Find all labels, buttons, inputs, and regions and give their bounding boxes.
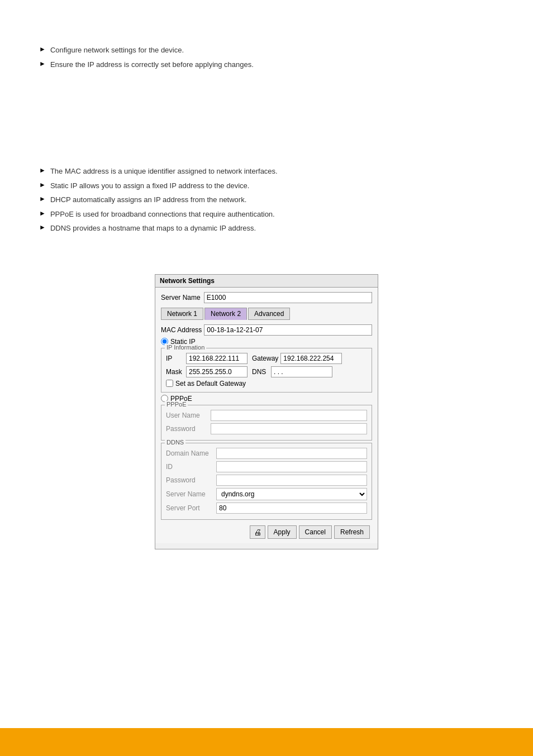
ddns-domain-row: Domain Name (166, 448, 367, 459)
pppoe-radio-row: PPPoE (161, 395, 372, 403)
gateway-label: Gateway (252, 355, 278, 362)
bottom-bullets: ► The MAC address is a unique identifier… (34, 166, 499, 234)
ddns-server-port-label: Server Port (166, 504, 216, 512)
pppoe-username-row: User Name (166, 410, 367, 421)
default-gateway-label: Set as Default Gateway (175, 380, 246, 387)
tab-network1[interactable]: Network 1 (161, 308, 203, 320)
panel-title-text: Network Settings (160, 277, 215, 285)
mac-address-row: MAC Address (161, 324, 372, 336)
cancel-button[interactable]: Cancel (299, 525, 332, 539)
pppoe-password-label: Password (166, 425, 211, 433)
tab-advanced-label: Advanced (254, 310, 284, 318)
ddns-server-name-row: Server Name dyndns.org (166, 488, 367, 500)
bullet-item: ► Configure network settings for the dev… (34, 45, 499, 56)
ddns-domain-label: Domain Name (166, 449, 216, 457)
ddns-server-name-label: Server Name (166, 490, 216, 498)
bullet-arrow-icon: ► (39, 195, 46, 203)
buttons-row: 🖨 Apply Cancel Refresh (161, 525, 372, 539)
pppoe-password-input[interactable] (211, 423, 367, 434)
default-gateway-row: Set as Default Gateway (166, 380, 367, 387)
server-name-label: Server Name (161, 294, 201, 302)
network-settings-panel: Network Settings Server Name Network 1 N… (155, 274, 378, 549)
refresh-button[interactable]: Refresh (334, 525, 370, 539)
pppoe-section: PPPoE User Name Password (161, 405, 372, 441)
mask-input[interactable] (186, 366, 248, 377)
ddns-server-port-input[interactable] (216, 503, 367, 514)
bullet-text: DHCP automatically assigns an IP address… (50, 194, 246, 205)
bottom-bar (0, 728, 533, 756)
ip-information-group: IP Information IP Gateway Mask DNS (161, 348, 372, 393)
panel-title: Network Settings (155, 275, 378, 288)
tab-network2[interactable]: Network 2 (204, 308, 247, 320)
tabs-row: Network 1 Network 2 Advanced (161, 308, 372, 320)
ddns-section: DDNS Domain Name ID Password Ser (161, 443, 372, 520)
bullet-text: Ensure the IP address is correctly set b… (50, 59, 254, 70)
dns-label: DNS (252, 368, 269, 376)
tab-network1-label: Network 1 (167, 310, 197, 318)
print-icon: 🖨 (254, 528, 261, 537)
ddns-password-row: Password (166, 475, 367, 486)
bullet-arrow-icon: ► (39, 166, 46, 174)
mac-label: MAC Address (161, 326, 202, 334)
ddns-id-row: ID (166, 461, 367, 472)
ddns-password-label: Password (166, 476, 216, 484)
gateway-input[interactable] (280, 353, 342, 364)
mask-label: Mask (166, 368, 186, 376)
bullet-text: Static IP allows you to assign a fixed I… (50, 180, 250, 192)
tab-network2-label: Network 2 (211, 310, 241, 318)
bullet-arrow-icon: ► (39, 60, 46, 68)
ddns-legend: DDNS (165, 439, 185, 446)
dns-input[interactable] (271, 366, 332, 377)
bullet-item: ► Ensure the IP address is correctly set… (34, 59, 499, 70)
pppoe-legend: PPPoE (165, 401, 188, 408)
bullet-item: ► Static IP allows you to assign a fixed… (34, 180, 499, 192)
bullet-item: ► DHCP automatically assigns an IP addre… (34, 194, 499, 205)
ip-label: IP (166, 355, 186, 362)
ddns-id-label: ID (166, 463, 216, 471)
bullet-arrow-icon: ► (39, 181, 46, 189)
panel-container: Network Settings Server Name Network 1 N… (34, 274, 499, 549)
ddns-server-port-row: Server Port (166, 503, 367, 514)
ddns-domain-input[interactable] (216, 448, 367, 459)
bullet-item: ► DDNS provides a hostname that maps to … (34, 223, 499, 234)
print-button[interactable]: 🖨 (250, 525, 265, 539)
pppoe-username-label: User Name (166, 412, 211, 419)
pppoe-password-row: Password (166, 423, 367, 434)
top-bullets: ► Configure network settings for the dev… (34, 45, 499, 70)
ddns-server-name-select[interactable]: dyndns.org (216, 488, 367, 500)
bullet-arrow-icon: ► (39, 223, 46, 231)
bullet-text: The MAC address is a unique identifier a… (50, 166, 278, 177)
mask-dns-row: Mask DNS (166, 366, 367, 377)
ddns-id-input[interactable] (216, 461, 367, 472)
bullet-text: DDNS provides a hostname that maps to a … (50, 223, 256, 234)
apply-button[interactable]: Apply (268, 525, 297, 539)
bullet-arrow-icon: ► (39, 209, 46, 217)
bullet-text: Configure network settings for the devic… (50, 45, 184, 56)
ddns-password-input[interactable] (216, 475, 367, 486)
server-name-row: Server Name (161, 292, 372, 303)
panel-body: Server Name Network 1 Network 2 Advanced (155, 288, 378, 543)
default-gateway-checkbox[interactable] (166, 380, 173, 387)
ip-gateway-row: IP Gateway (166, 353, 367, 364)
ip-info-legend: IP Information (165, 344, 206, 351)
ip-input[interactable] (186, 353, 248, 364)
mac-input[interactable] (204, 324, 372, 336)
server-name-input[interactable] (204, 292, 372, 303)
bullet-item: ► PPPoE is used for broadband connection… (34, 209, 499, 220)
bullet-arrow-icon: ► (39, 45, 46, 53)
tab-advanced[interactable]: Advanced (248, 308, 290, 320)
bullet-text: PPPoE is used for broadband connections … (50, 209, 275, 220)
bullet-item: ► The MAC address is a unique identifier… (34, 166, 499, 177)
pppoe-username-input[interactable] (211, 410, 367, 421)
